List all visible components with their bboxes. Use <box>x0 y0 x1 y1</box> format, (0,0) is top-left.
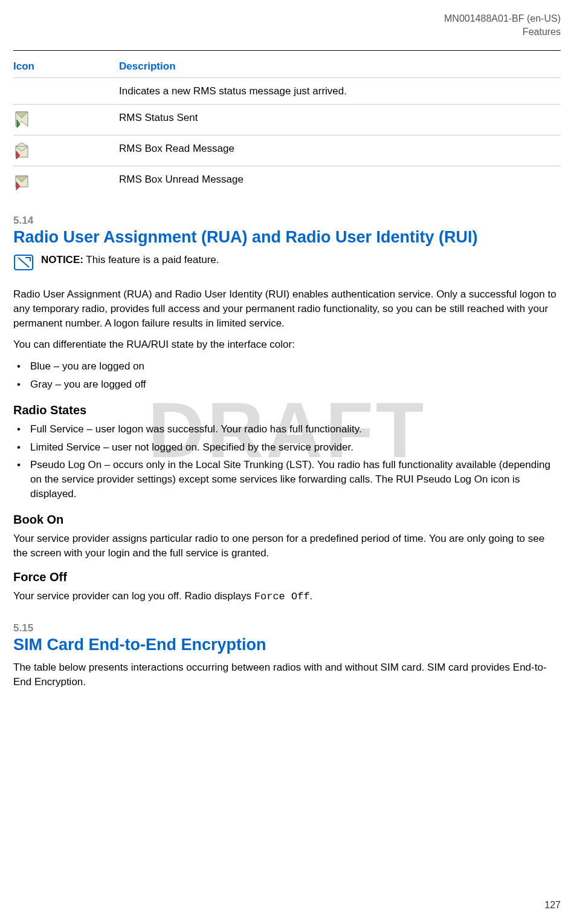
para-force-off: Your service provider can log you off. R… <box>13 589 561 604</box>
force-off-suffix: . <box>310 590 313 602</box>
section-title-rua-rui: Radio User Assignment (RUA) and Radio Us… <box>13 228 561 247</box>
rms-box-read-icon <box>13 135 119 166</box>
notice-icon <box>13 254 34 276</box>
force-off-heading: Force Off <box>13 568 561 585</box>
section-number-514: 5.14 <box>13 213 561 228</box>
force-off-code: Force Off <box>254 591 310 602</box>
para-rua-intro: Radio User Assignment (RUA) and Radio Us… <box>13 287 561 330</box>
section-number-515: 5.15 <box>13 621 561 636</box>
section-title-sim-e2e: SIM Card End-to-End Encryption <box>13 636 561 654</box>
para-sim-intro: The table below presents interactions oc… <box>13 660 561 689</box>
list-item: Limited Service – user not logged on. Sp… <box>13 440 561 455</box>
notice-label: NOTICE: <box>41 254 83 265</box>
color-state-list: Blue – you are logged on Gray – you are … <box>13 359 561 392</box>
desc-rms-unread: RMS Box Unread Message <box>119 166 561 197</box>
radio-states-heading: Radio States <box>13 402 561 418</box>
page-number: 127 <box>544 899 561 912</box>
page-content: MN001488A01-BF (en-US) Features Icon Des… <box>13 12 561 689</box>
doc-id: MN001488A01-BF (en-US) <box>13 12 561 25</box>
table-header-row: Icon Description <box>13 56 561 77</box>
col-header-description: Description <box>119 56 561 77</box>
notice-text: NOTICE: This feature is a paid feature. <box>41 253 219 267</box>
col-header-icon: Icon <box>13 56 119 77</box>
notice-block: NOTICE: This feature is a paid feature. <box>13 253 561 276</box>
desc-rms-read: RMS Box Read Message <box>119 135 561 166</box>
notice-body: This feature is a paid feature. <box>83 254 219 265</box>
icon-cell-empty <box>13 77 119 105</box>
top-divider <box>13 50 561 51</box>
table-row: RMS Box Unread Message <box>13 166 561 197</box>
list-item: Full Service – user logon was successful… <box>13 422 561 437</box>
list-item: Gray – you are logged off <box>13 377 561 392</box>
table-row: RMS Box Read Message <box>13 135 561 166</box>
desc-rms-new: Indicates a new RMS status message just … <box>119 77 561 105</box>
para-rua-colors-intro: You can differentiate the RUA/RUI state … <box>13 337 561 352</box>
rms-status-sent-icon <box>13 105 119 135</box>
list-item: Pseudo Log On – occurs only in the Local… <box>13 458 561 501</box>
book-on-heading: Book On <box>13 511 561 528</box>
rms-box-unread-icon <box>13 166 119 197</box>
desc-rms-sent: RMS Status Sent <box>119 105 561 135</box>
radio-states-list: Full Service – user logon was successful… <box>13 422 561 501</box>
doc-section: Features <box>13 25 561 39</box>
table-row: RMS Status Sent <box>13 105 561 135</box>
svg-line-10 <box>18 258 29 267</box>
table-row: Indicates a new RMS status message just … <box>13 77 561 105</box>
force-off-prefix: Your service provider can log you off. R… <box>13 590 254 602</box>
para-book-on: Your service provider assigns particular… <box>13 532 561 561</box>
header-meta: MN001488A01-BF (en-US) Features <box>13 12 561 39</box>
list-item: Blue – you are logged on <box>13 359 561 374</box>
icon-description-table: Icon Description Indicates a new RMS sta… <box>13 56 561 197</box>
